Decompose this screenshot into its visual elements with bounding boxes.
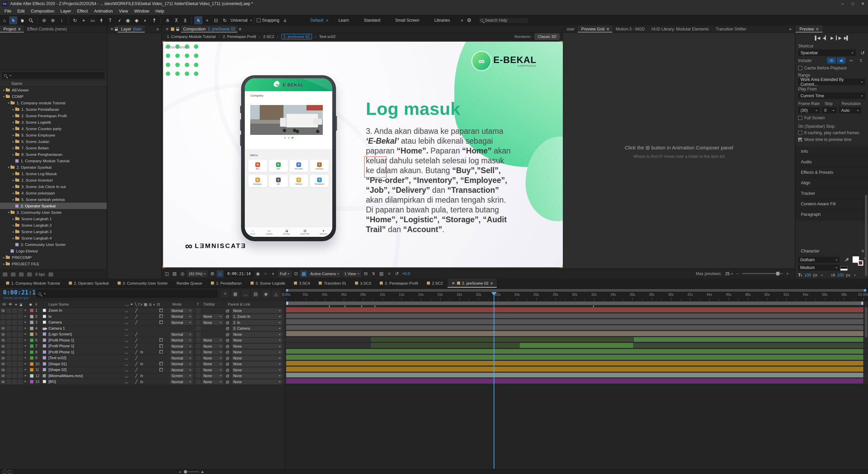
cache-before-playback-checkbox[interactable]: Cache Before Playback xyxy=(795,65,868,71)
layer-duration-bar[interactable] xyxy=(286,373,863,378)
layer-solo-toggle[interactable] xyxy=(12,332,17,337)
mask-path-icon[interactable]: ◇ xyxy=(217,270,223,277)
trkmat-dropdown[interactable]: None xyxy=(202,338,223,343)
hide-shy-icon[interactable]: ◡ xyxy=(241,290,250,298)
preserve-transparency-toggle[interactable] xyxy=(196,344,201,349)
toggle-icon[interactable] xyxy=(3,470,7,474)
carousel-dot[interactable] xyxy=(292,137,293,139)
layer-eye-toggle[interactable] xyxy=(1,332,6,337)
gizmo-select-tool[interactable] xyxy=(194,16,202,24)
app-tile-delivery[interactable]: DDelivery xyxy=(290,175,309,187)
layer-eye-toggle[interactable] xyxy=(1,326,6,331)
reset-icon[interactable]: ↺ xyxy=(859,50,868,56)
3d-layer-toggle[interactable] xyxy=(159,338,164,343)
project-item[interactable]: ▸Scene Langkah 2 xyxy=(0,222,107,228)
layer-audio-toggle[interactable] xyxy=(6,344,12,349)
layer-lock-toggle[interactable] xyxy=(18,308,23,313)
layer-duration-bar[interactable] xyxy=(286,367,863,372)
new-composition-icon[interactable] xyxy=(19,272,24,276)
timeline-tab[interactable]: 2.SC2 xyxy=(423,279,447,288)
expander-icon[interactable]: ▸ xyxy=(25,368,26,371)
character-section-label[interactable]: Character xyxy=(801,249,820,253)
trkmat-dropdown[interactable]: None xyxy=(202,379,223,385)
timeline-tab[interactable]: 3. Scene Logistik xyxy=(246,279,290,288)
expander-icon[interactable]: ▸ xyxy=(25,308,26,312)
gizmo-rotation-tool[interactable]: ↻ xyxy=(221,16,229,24)
trkmat-dropdown[interactable]: None xyxy=(202,356,223,361)
expander-icon[interactable]: ▸ xyxy=(12,153,15,156)
quality-toggle[interactable]: ╱ xyxy=(134,362,138,366)
layer-lock-toggle[interactable] xyxy=(18,356,23,360)
parent-pickwhip-icon[interactable]: @ xyxy=(225,326,230,331)
layer-lock-toggle[interactable] xyxy=(18,314,23,319)
workspace-tab-small-screen[interactable]: Small Screen xyxy=(388,18,427,23)
layer-solo-toggle[interactable] xyxy=(12,308,17,313)
parent-pickwhip-icon[interactable]: @ xyxy=(225,338,230,343)
label-color-swatch[interactable] xyxy=(30,327,34,330)
always-preview-icon[interactable]: ◫ xyxy=(163,270,170,277)
timeline-tab[interactable]: ✕2. preScene 02≡ xyxy=(448,279,497,288)
resolution-dropdown[interactable]: Auto xyxy=(839,107,861,114)
layer-eye-toggle[interactable] xyxy=(1,362,6,366)
parent-dropdown[interactable]: None xyxy=(232,338,282,343)
quality-toggle[interactable]: ╱ xyxy=(134,356,138,360)
layer-row[interactable]: ▸11[Shape 02]◡╱NormalNone@None xyxy=(0,367,285,373)
video-eye-icon[interactable] xyxy=(827,57,836,64)
gizmo-scale-tool[interactable]: ⊡ xyxy=(212,16,220,24)
parent-pickwhip-icon[interactable]: @ xyxy=(225,332,230,337)
bit-depth-label[interactable]: 8 bpc xyxy=(35,272,45,277)
expander-icon[interactable]: ▸ xyxy=(12,230,15,233)
tab-effect-controls-none-[interactable]: Effect Controls (none) xyxy=(24,25,70,33)
layer-name[interactable]: [Profil Phone 1] xyxy=(48,344,74,348)
overlays-icon[interactable]: ▭ xyxy=(847,57,855,64)
expander-icon[interactable]: ▾ xyxy=(7,166,11,169)
layer-duration-bar[interactable] xyxy=(286,331,863,336)
carousel-dots[interactable] xyxy=(245,137,332,139)
layer-lock-toggle[interactable] xyxy=(18,338,23,343)
layer-eye-toggle[interactable] xyxy=(1,350,6,354)
shy-toggle[interactable]: ◡ xyxy=(124,344,129,349)
layer-solo-toggle[interactable] xyxy=(12,326,17,331)
gizmo-position-tool[interactable]: + xyxy=(203,16,211,24)
3d-layer-toggle[interactable] xyxy=(159,308,164,313)
parent-pickwhip-icon[interactable]: @ xyxy=(225,344,230,349)
timeline-icon[interactable]: ▤ xyxy=(378,270,385,277)
index-column[interactable]: # xyxy=(35,302,37,306)
layer-lock-toggle[interactable] xyxy=(18,379,23,384)
trkmat-dropdown[interactable]: None xyxy=(202,368,223,373)
stroke-style-swatch[interactable] xyxy=(840,266,848,271)
parent-dropdown[interactable]: 1. Zoom In xyxy=(232,314,282,319)
layer-name[interactable]: [Shape 01] xyxy=(48,362,66,366)
label-color-swatch[interactable] xyxy=(30,315,34,318)
parent-pickwhip-icon[interactable]: @ xyxy=(225,320,230,325)
stroke-color-swatch[interactable] xyxy=(858,260,863,266)
expander-icon[interactable]: ▸ xyxy=(12,108,15,111)
timeline-tab[interactable]: Render Queue xyxy=(173,279,206,288)
project-item[interactable]: ▸8. Scene Penghantaran xyxy=(0,151,107,158)
selection-tool[interactable] xyxy=(9,16,17,24)
trkmat-column[interactable]: TrkMat xyxy=(203,302,215,306)
preserve-transparency-toggle[interactable] xyxy=(196,308,201,313)
parent-pickwhip-icon[interactable]: @ xyxy=(225,379,230,384)
layer-lock-toggle[interactable] xyxy=(18,350,23,354)
layer-eye-toggle[interactable] xyxy=(1,344,6,349)
trkmat-dropdown[interactable]: None xyxy=(202,314,223,319)
project-item[interactable]: 3. Community User Sorter xyxy=(0,241,107,248)
expander-icon[interactable]: ▸ xyxy=(12,185,15,188)
layer-lock-toggle[interactable] xyxy=(18,326,23,331)
layer-duration-bar[interactable] xyxy=(286,349,863,354)
stop-option-checkbox[interactable]: Move time to preview time xyxy=(795,136,868,143)
blend-mode-dropdown[interactable]: Normal xyxy=(170,332,193,337)
layer-lock-toggle[interactable] xyxy=(18,362,23,366)
parent-dropdown[interactable]: 2. In xyxy=(232,320,282,325)
motion-blur-icon[interactable]: ◉ xyxy=(262,290,270,298)
layer-row[interactable]: ▸5[Logo Screen]◡╱Normal@None xyxy=(0,331,285,337)
shy-toggle[interactable]: ◡ xyxy=(124,338,129,343)
parent-dropdown[interactable]: None xyxy=(232,332,282,337)
3d-layer-toggle[interactable] xyxy=(159,344,164,349)
layer-audio-toggle[interactable] xyxy=(6,356,12,360)
orbit-cursor-tool[interactable]: ⊼ xyxy=(172,16,180,24)
panel-menu-icon[interactable]: ≡ xyxy=(816,27,818,32)
blend-mode-dropdown[interactable]: Normal xyxy=(170,338,193,343)
layer-solo-toggle[interactable] xyxy=(12,338,17,343)
